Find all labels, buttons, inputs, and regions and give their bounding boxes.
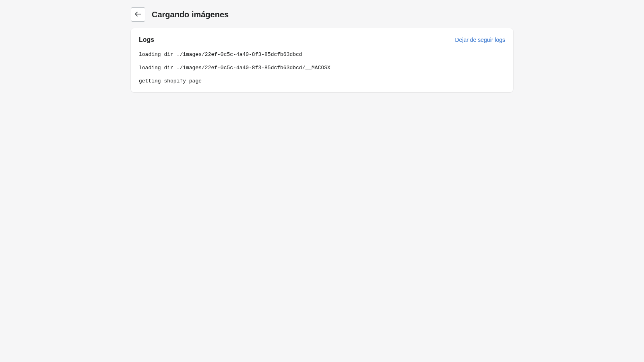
log-line: loading dir ./images/22ef-0c5c-4a40-8f3-… xyxy=(139,65,505,71)
logs-card: Logs Dejar de seguir logs loading dir ./… xyxy=(131,28,513,92)
page-title: Cargando imágenes xyxy=(152,10,229,19)
card-title: Logs xyxy=(139,36,154,43)
stop-following-logs-link[interactable]: Dejar de seguir logs xyxy=(455,37,505,43)
arrow-left-icon xyxy=(134,10,142,19)
page-header: Cargando imágenes xyxy=(0,0,644,28)
log-lines: loading dir ./images/22ef-0c5c-4a40-8f3-… xyxy=(139,51,505,84)
log-line: loading dir ./images/22ef-0c5c-4a40-8f3-… xyxy=(139,51,505,58)
back-button[interactable] xyxy=(131,7,145,22)
log-line: getting shopify page xyxy=(139,78,505,84)
card-header: Logs Dejar de seguir logs xyxy=(139,36,505,43)
